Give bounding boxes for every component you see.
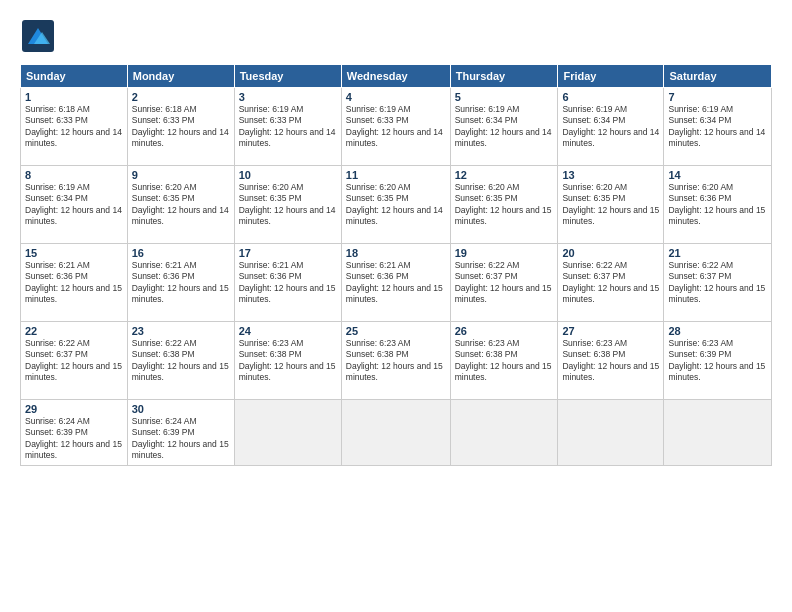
day-number: 24 bbox=[239, 325, 337, 337]
day-cell: 11 Sunrise: 6:20 AM Sunset: 6:35 PM Dayl… bbox=[341, 166, 450, 244]
day-number: 18 bbox=[346, 247, 446, 259]
page: SundayMondayTuesdayWednesdayThursdayFrid… bbox=[0, 0, 792, 612]
day-detail: Sunrise: 6:23 AM Sunset: 6:38 PM Dayligh… bbox=[562, 338, 659, 384]
day-number: 6 bbox=[562, 91, 659, 103]
day-detail: Sunrise: 6:19 AM Sunset: 6:34 PM Dayligh… bbox=[25, 182, 123, 228]
day-cell: 14 Sunrise: 6:20 AM Sunset: 6:36 PM Dayl… bbox=[664, 166, 772, 244]
day-number: 14 bbox=[668, 169, 767, 181]
day-detail: Sunrise: 6:21 AM Sunset: 6:36 PM Dayligh… bbox=[132, 260, 230, 306]
day-cell: 5 Sunrise: 6:19 AM Sunset: 6:34 PM Dayli… bbox=[450, 88, 558, 166]
day-detail: Sunrise: 6:22 AM Sunset: 6:37 PM Dayligh… bbox=[25, 338, 123, 384]
day-number: 13 bbox=[562, 169, 659, 181]
day-detail: Sunrise: 6:23 AM Sunset: 6:38 PM Dayligh… bbox=[455, 338, 554, 384]
day-number: 4 bbox=[346, 91, 446, 103]
day-detail: Sunrise: 6:21 AM Sunset: 6:36 PM Dayligh… bbox=[25, 260, 123, 306]
day-cell: 9 Sunrise: 6:20 AM Sunset: 6:35 PM Dayli… bbox=[127, 166, 234, 244]
day-cell: 13 Sunrise: 6:20 AM Sunset: 6:35 PM Dayl… bbox=[558, 166, 664, 244]
day-cell bbox=[341, 400, 450, 466]
header-day-monday: Monday bbox=[127, 65, 234, 88]
week-row-3: 15 Sunrise: 6:21 AM Sunset: 6:36 PM Dayl… bbox=[21, 244, 772, 322]
day-detail: Sunrise: 6:19 AM Sunset: 6:33 PM Dayligh… bbox=[239, 104, 337, 150]
day-detail: Sunrise: 6:20 AM Sunset: 6:35 PM Dayligh… bbox=[239, 182, 337, 228]
day-number: 9 bbox=[132, 169, 230, 181]
day-detail: Sunrise: 6:20 AM Sunset: 6:35 PM Dayligh… bbox=[455, 182, 554, 228]
day-detail: Sunrise: 6:19 AM Sunset: 6:34 PM Dayligh… bbox=[668, 104, 767, 150]
day-number: 2 bbox=[132, 91, 230, 103]
header-day-sunday: Sunday bbox=[21, 65, 128, 88]
week-row-2: 8 Sunrise: 6:19 AM Sunset: 6:34 PM Dayli… bbox=[21, 166, 772, 244]
day-cell: 24 Sunrise: 6:23 AM Sunset: 6:38 PM Dayl… bbox=[234, 322, 341, 400]
day-detail: Sunrise: 6:21 AM Sunset: 6:36 PM Dayligh… bbox=[239, 260, 337, 306]
week-row-1: 1 Sunrise: 6:18 AM Sunset: 6:33 PM Dayli… bbox=[21, 88, 772, 166]
calendar-table: SundayMondayTuesdayWednesdayThursdayFrid… bbox=[20, 64, 772, 466]
day-number: 5 bbox=[455, 91, 554, 103]
header-row: SundayMondayTuesdayWednesdayThursdayFrid… bbox=[21, 65, 772, 88]
day-number: 25 bbox=[346, 325, 446, 337]
day-detail: Sunrise: 6:20 AM Sunset: 6:35 PM Dayligh… bbox=[346, 182, 446, 228]
day-cell: 7 Sunrise: 6:19 AM Sunset: 6:34 PM Dayli… bbox=[664, 88, 772, 166]
day-number: 19 bbox=[455, 247, 554, 259]
day-cell: 4 Sunrise: 6:19 AM Sunset: 6:33 PM Dayli… bbox=[341, 88, 450, 166]
day-number: 16 bbox=[132, 247, 230, 259]
day-cell: 23 Sunrise: 6:22 AM Sunset: 6:38 PM Dayl… bbox=[127, 322, 234, 400]
logo bbox=[20, 18, 60, 54]
day-detail: Sunrise: 6:24 AM Sunset: 6:39 PM Dayligh… bbox=[25, 416, 123, 462]
day-cell: 12 Sunrise: 6:20 AM Sunset: 6:35 PM Dayl… bbox=[450, 166, 558, 244]
header-day-wednesday: Wednesday bbox=[341, 65, 450, 88]
day-number: 28 bbox=[668, 325, 767, 337]
day-number: 1 bbox=[25, 91, 123, 103]
header-day-tuesday: Tuesday bbox=[234, 65, 341, 88]
day-number: 21 bbox=[668, 247, 767, 259]
day-detail: Sunrise: 6:22 AM Sunset: 6:37 PM Dayligh… bbox=[455, 260, 554, 306]
day-number: 7 bbox=[668, 91, 767, 103]
day-cell: 29 Sunrise: 6:24 AM Sunset: 6:39 PM Dayl… bbox=[21, 400, 128, 466]
day-detail: Sunrise: 6:18 AM Sunset: 6:33 PM Dayligh… bbox=[25, 104, 123, 150]
day-detail: Sunrise: 6:23 AM Sunset: 6:38 PM Dayligh… bbox=[346, 338, 446, 384]
day-cell: 6 Sunrise: 6:19 AM Sunset: 6:34 PM Dayli… bbox=[558, 88, 664, 166]
day-cell: 18 Sunrise: 6:21 AM Sunset: 6:36 PM Dayl… bbox=[341, 244, 450, 322]
day-number: 23 bbox=[132, 325, 230, 337]
day-number: 12 bbox=[455, 169, 554, 181]
day-cell: 1 Sunrise: 6:18 AM Sunset: 6:33 PM Dayli… bbox=[21, 88, 128, 166]
day-number: 20 bbox=[562, 247, 659, 259]
day-cell: 16 Sunrise: 6:21 AM Sunset: 6:36 PM Dayl… bbox=[127, 244, 234, 322]
day-cell bbox=[450, 400, 558, 466]
day-number: 11 bbox=[346, 169, 446, 181]
day-number: 8 bbox=[25, 169, 123, 181]
day-detail: Sunrise: 6:24 AM Sunset: 6:39 PM Dayligh… bbox=[132, 416, 230, 462]
day-number: 15 bbox=[25, 247, 123, 259]
day-cell: 27 Sunrise: 6:23 AM Sunset: 6:38 PM Dayl… bbox=[558, 322, 664, 400]
day-number: 30 bbox=[132, 403, 230, 415]
day-detail: Sunrise: 6:19 AM Sunset: 6:33 PM Dayligh… bbox=[346, 104, 446, 150]
day-cell: 28 Sunrise: 6:23 AM Sunset: 6:39 PM Dayl… bbox=[664, 322, 772, 400]
day-detail: Sunrise: 6:20 AM Sunset: 6:35 PM Dayligh… bbox=[562, 182, 659, 228]
day-cell: 10 Sunrise: 6:20 AM Sunset: 6:35 PM Dayl… bbox=[234, 166, 341, 244]
day-cell: 15 Sunrise: 6:21 AM Sunset: 6:36 PM Dayl… bbox=[21, 244, 128, 322]
day-detail: Sunrise: 6:21 AM Sunset: 6:36 PM Dayligh… bbox=[346, 260, 446, 306]
day-cell: 26 Sunrise: 6:23 AM Sunset: 6:38 PM Dayl… bbox=[450, 322, 558, 400]
day-detail: Sunrise: 6:23 AM Sunset: 6:38 PM Dayligh… bbox=[239, 338, 337, 384]
day-cell bbox=[664, 400, 772, 466]
day-cell: 3 Sunrise: 6:19 AM Sunset: 6:33 PM Dayli… bbox=[234, 88, 341, 166]
header-day-friday: Friday bbox=[558, 65, 664, 88]
day-number: 27 bbox=[562, 325, 659, 337]
day-cell bbox=[558, 400, 664, 466]
week-row-5: 29 Sunrise: 6:24 AM Sunset: 6:39 PM Dayl… bbox=[21, 400, 772, 466]
header-day-thursday: Thursday bbox=[450, 65, 558, 88]
day-detail: Sunrise: 6:22 AM Sunset: 6:37 PM Dayligh… bbox=[668, 260, 767, 306]
day-cell: 30 Sunrise: 6:24 AM Sunset: 6:39 PM Dayl… bbox=[127, 400, 234, 466]
day-detail: Sunrise: 6:20 AM Sunset: 6:36 PM Dayligh… bbox=[668, 182, 767, 228]
day-number: 3 bbox=[239, 91, 337, 103]
day-detail: Sunrise: 6:22 AM Sunset: 6:37 PM Dayligh… bbox=[562, 260, 659, 306]
day-detail: Sunrise: 6:20 AM Sunset: 6:35 PM Dayligh… bbox=[132, 182, 230, 228]
day-detail: Sunrise: 6:19 AM Sunset: 6:34 PM Dayligh… bbox=[455, 104, 554, 150]
day-cell: 20 Sunrise: 6:22 AM Sunset: 6:37 PM Dayl… bbox=[558, 244, 664, 322]
day-cell bbox=[234, 400, 341, 466]
day-detail: Sunrise: 6:18 AM Sunset: 6:33 PM Dayligh… bbox=[132, 104, 230, 150]
logo-icon bbox=[20, 18, 56, 54]
week-row-4: 22 Sunrise: 6:22 AM Sunset: 6:37 PM Dayl… bbox=[21, 322, 772, 400]
day-detail: Sunrise: 6:19 AM Sunset: 6:34 PM Dayligh… bbox=[562, 104, 659, 150]
header-day-saturday: Saturday bbox=[664, 65, 772, 88]
day-number: 26 bbox=[455, 325, 554, 337]
day-detail: Sunrise: 6:22 AM Sunset: 6:38 PM Dayligh… bbox=[132, 338, 230, 384]
